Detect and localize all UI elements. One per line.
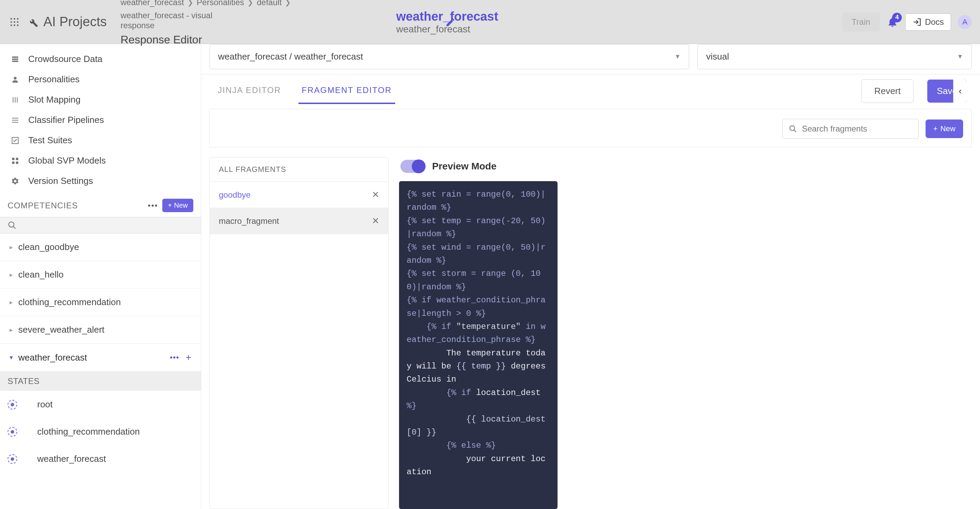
edit-icon[interactable]	[445, 17, 455, 27]
competencies-label: COMPETENCIES	[8, 201, 78, 211]
nav-item-version-settings[interactable]: Version Settings	[0, 171, 201, 191]
svg-rect-16	[12, 158, 14, 160]
apps-menu-icon[interactable]	[8, 16, 21, 28]
svg-point-5	[17, 21, 19, 23]
nav-label: Personalities	[28, 74, 80, 85]
svg-line-29	[794, 130, 796, 132]
tree-label: weather_forecast	[18, 352, 87, 363]
chevron-right-icon: ▸	[10, 244, 13, 251]
editor-split: ALL FRAGMENTS goodbye ✕ macro_fragment ✕…	[201, 147, 980, 509]
crumb-personalities[interactable]: Personalities	[197, 0, 244, 7]
save-button[interactable]: Save ‹	[927, 79, 967, 103]
svg-point-3	[10, 21, 12, 23]
avatar[interactable]: A	[958, 15, 972, 29]
tree-item-weather-forecast[interactable]: ▾ weather_forecast +	[0, 344, 201, 372]
search-fragments-input[interactable]	[782, 119, 919, 139]
exit-icon	[912, 17, 921, 27]
docs-button[interactable]: Docs	[905, 13, 951, 31]
topbar-right: Train 4 Docs A	[842, 13, 972, 32]
svg-rect-9	[12, 57, 18, 58]
fragment-item-macro-fragment[interactable]: macro_fragment ✕	[210, 208, 388, 234]
nav-item-global-svp[interactable]: Global SVP Models	[0, 151, 201, 171]
close-icon[interactable]: ✕	[372, 189, 379, 200]
state-item-clothing-recommendation[interactable]: clothing_recommendation	[0, 418, 201, 445]
brand[interactable]: AI Projects	[27, 14, 107, 29]
states-label: STATES	[0, 372, 201, 391]
svg-rect-17	[16, 158, 18, 160]
train-button[interactable]: Train	[842, 13, 880, 32]
gear-icon	[10, 177, 20, 185]
svg-point-22	[155, 205, 157, 207]
state-item-weather-forecast[interactable]: weather_forecast	[0, 445, 201, 473]
tree-item-severe-weather-alert[interactable]: ▸ severe_weather_alert	[0, 316, 201, 344]
svg-rect-18	[12, 162, 14, 164]
nav-item-crowdsource[interactable]: Crowdsource Data	[0, 49, 201, 69]
more-icon[interactable]	[148, 204, 158, 207]
tree-item-clothing-recommendation[interactable]: ▸ clothing_recommendation	[0, 289, 201, 316]
fragment-item-goodbye[interactable]: goodbye ✕	[210, 182, 388, 208]
pipeline-icon	[10, 116, 20, 124]
new-competency-button[interactable]: + New	[162, 199, 193, 212]
grid-icon	[10, 157, 20, 165]
state-bullet-icon	[8, 427, 17, 437]
select-response-type[interactable]: visual ▼	[697, 44, 972, 69]
toggle-knob	[412, 159, 426, 173]
response-editor-label: Response Editor	[121, 33, 369, 46]
search-fragments-field[interactable]	[802, 124, 912, 134]
person-icon	[10, 75, 20, 84]
sidebar-search-row[interactable]	[0, 217, 201, 233]
svg-point-27	[177, 357, 178, 358]
svg-rect-19	[16, 162, 18, 164]
preview-mode-label: Preview Mode	[432, 161, 496, 172]
tree-item-clean-goodbye[interactable]: ▸ clean_goodbye	[0, 233, 201, 261]
state-label: weather_forecast	[37, 454, 106, 464]
selects-row: weather_forecast / weather_forecast ▼ vi…	[201, 44, 980, 74]
caret-down-icon: ▼	[957, 53, 963, 60]
wrench-icon	[27, 16, 38, 28]
nav-item-test-suites[interactable]: Test Suites	[0, 130, 201, 151]
svg-point-12	[14, 77, 16, 79]
close-icon[interactable]: ✕	[372, 216, 379, 226]
sidebar-nav: Crowdsource Data Personalities Slot Mapp…	[0, 44, 201, 191]
select-value: weather_forecast / weather_forecast	[218, 51, 363, 62]
plus-icon: +	[933, 124, 938, 133]
nav-item-classifier-pipelines[interactable]: Classifier Pipelines	[0, 110, 201, 130]
topbar: AI Projects weather_forecast ❯ Personali…	[0, 0, 980, 44]
preview-mode-toggle[interactable]	[401, 160, 425, 173]
chevron-right-icon: ▸	[10, 326, 13, 334]
svg-point-4	[14, 21, 16, 23]
nav-label: Slot Mapping	[28, 94, 81, 105]
state-label: root	[37, 399, 53, 410]
tree-label: severe_weather_alert	[18, 324, 104, 335]
select-value: visual	[706, 51, 729, 62]
competencies-header: COMPETENCIES + New	[0, 191, 201, 217]
chevron-left-icon[interactable]: ‹	[953, 79, 967, 103]
crumb-default[interactable]: default	[257, 0, 282, 7]
svg-point-26	[173, 357, 175, 358]
more-icon[interactable]	[170, 356, 179, 359]
nav-label: Version Settings	[28, 176, 93, 186]
state-bullet-icon	[8, 454, 17, 464]
tree-label: clean_hello	[18, 269, 64, 280]
revert-button[interactable]: Revert	[861, 79, 913, 103]
plus-icon[interactable]: +	[186, 352, 191, 363]
crumb-project[interactable]: weather_forecast	[121, 0, 184, 7]
competency-tree: ▸ clean_goodbye ▸ clean_hello ▸ clothing…	[0, 233, 201, 509]
state-label: clothing_recommendation	[37, 427, 140, 437]
chevron-right-icon: ❯	[247, 0, 253, 6]
svg-point-6	[10, 24, 12, 26]
svg-point-8	[17, 24, 19, 26]
tab-jinja-editor[interactable]: JINJA EDITOR	[214, 78, 285, 104]
new-fragment-button[interactable]: + New	[926, 119, 963, 138]
tab-fragment-editor[interactable]: FRAGMENT EDITOR	[298, 78, 395, 104]
tree-item-clean-hello[interactable]: ▸ clean_hello	[0, 261, 201, 289]
notifications-button[interactable]: 4	[887, 16, 898, 28]
select-competency-path[interactable]: weather_forecast / weather_forecast ▼	[210, 44, 689, 69]
nav-item-slot-mapping[interactable]: Slot Mapping	[0, 90, 201, 110]
state-item-root[interactable]: root	[0, 391, 201, 418]
crumb-current: weather_forecast - visual response	[121, 11, 213, 31]
breadcrumb: weather_forecast ❯ Personalities ❯ defau…	[121, 0, 369, 31]
nav-label: Global SVP Models	[28, 155, 106, 166]
nav-item-personalities[interactable]: Personalities	[0, 69, 201, 90]
svg-point-2	[17, 18, 19, 20]
